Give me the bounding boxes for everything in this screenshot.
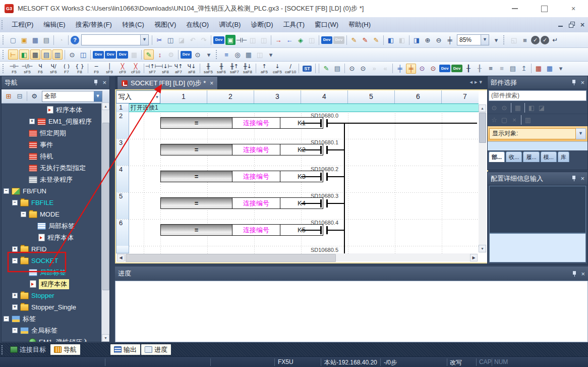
delete-placement-icon[interactable]: ◪ <box>537 103 546 113</box>
display-format-icon[interactable]: ▦ <box>513 103 522 113</box>
draw-line-edit-icon[interactable]: ╪ <box>406 64 416 74</box>
convert-check-icon[interactable]: ✓ <box>531 36 540 44</box>
menu-item-2[interactable]: 编辑(E) <box>38 18 70 32</box>
menu-item-10[interactable]: 窗口(W) <box>310 18 343 32</box>
navigation-scrollbar[interactable]: ▲ ▼ <box>101 102 109 342</box>
ladder-tool-cF10[interactable]: ╳cF10 <box>130 63 142 74</box>
find-duplicate-coil-icon[interactable]: ⊙ <box>428 64 438 74</box>
device-search-icon[interactable]: ⊙ <box>193 49 203 60</box>
device-jump-icon[interactable]: ↥ <box>519 64 529 74</box>
find-previous-icon[interactable]: ⊙ <box>490 103 499 113</box>
detail-body-light[interactable] <box>489 233 586 263</box>
pin-icon[interactable] <box>572 271 577 277</box>
connection-test-icon[interactable]: ◧ <box>19 49 29 60</box>
remote-operation-icon[interactable]: ◫ <box>307 35 317 45</box>
parts-tab-3[interactable]: 履... <box>523 151 539 162</box>
find-contact-icon[interactable]: ⊙ <box>347 64 357 74</box>
delete-icon[interactable]: × <box>510 116 519 125</box>
tree-item-待机[interactable]: 待机 <box>2 150 102 162</box>
fit-width-icon[interactable]: ╪ <box>445 35 455 45</box>
tree-item-EM1_弹性销压入[interactable]: EM1_弹性销压入 <box>2 336 102 342</box>
tree-item-FBFILE[interactable]: −FBFILE <box>2 197 102 208</box>
chevron-down-icon[interactable]: ▼ <box>481 35 489 45</box>
expander-icon[interactable]: − <box>12 258 18 264</box>
mode-selector[interactable]: 写入 ▼ <box>116 90 160 103</box>
compare-instruction-box[interactable]: =连接编号K2 <box>160 144 323 155</box>
expander-icon[interactable]: − <box>12 200 18 205</box>
tree-item-恒定周期[interactable]: 恒定周期 <box>2 127 102 139</box>
zoom-selector[interactable]: 85%▼ <box>457 34 489 45</box>
close-panel-icon[interactable]: × <box>102 79 106 86</box>
user-management-icon[interactable]: ◔ <box>56 35 66 45</box>
tree-collapse-all-icon[interactable]: ⊟ <box>15 91 25 101</box>
ladder-tool-cF9[interactable]: ╳cF9 <box>116 63 129 74</box>
ladder-tool-saF7[interactable]: ╫↑saF7 <box>228 63 241 74</box>
device-display-icon[interactable]: Dev <box>181 51 192 59</box>
draw-line-icon[interactable]: ╪ <box>395 64 405 74</box>
menu-item-7[interactable]: 调试(B) <box>214 18 246 32</box>
parts-tab-4[interactable]: 模... <box>541 151 557 162</box>
navigation-settings-icon[interactable]: ⚙ <box>29 91 39 101</box>
pin-icon[interactable] <box>571 175 576 182</box>
close-button[interactable]: × <box>559 0 588 17</box>
toolbar-overflow-3-icon[interactable]: ▾ <box>556 64 566 74</box>
ladder-rung-2[interactable]: SD10680.0=连接编号K1 <box>116 112 479 139</box>
parts-tab-1[interactable]: 部... <box>489 151 505 162</box>
device-batch-icon[interactable]: Dev <box>439 65 450 72</box>
ladder-tool-F7[interactable]: ( )F7 <box>61 63 73 74</box>
outline-list-icon[interactable]: ▤ <box>508 64 518 74</box>
help-icon[interactable]: ? <box>71 36 79 44</box>
zoom-out-icon[interactable]: ⊖ <box>434 35 444 45</box>
close-panel-icon[interactable]: × <box>580 175 584 182</box>
insert-row-icon[interactable]: ╂ <box>463 64 474 74</box>
note-list-icon[interactable]: ≡ <box>497 64 507 74</box>
ladder-tool-sF9[interactable]: │sF9 <box>103 63 116 74</box>
expander-icon[interactable]: − <box>4 316 9 322</box>
program-edit-icon[interactable]: ✎ <box>144 49 154 60</box>
compare-instruction-box[interactable]: =连接编号K5 <box>160 224 323 236</box>
scroll-up-icon[interactable]: ▲ <box>102 102 109 110</box>
menu-item-3[interactable]: 搜索/替换(F) <box>71 18 117 32</box>
device-initial-icon[interactable]: Dev <box>117 51 128 59</box>
device-batch-monitor-icon[interactable]: Dev <box>321 36 332 44</box>
ladder-rung-6[interactable]: SD10680.4=连接编号K5 <box>116 219 479 246</box>
work-window-2-icon[interactable]: ▥ <box>52 49 63 60</box>
chevron-down-icon[interactable]: ▼ <box>94 91 102 101</box>
scroll-down-icon[interactable]: ▼ <box>479 245 486 252</box>
ladder-rung-3[interactable]: SD10680.1=连接编号K2 <box>116 139 479 166</box>
scroll-thumb[interactable] <box>126 254 336 262</box>
statement-list-icon[interactable]: ≡ <box>486 64 496 74</box>
tree-item-标签[interactable]: −标签 <box>2 313 102 325</box>
ladder-tool-saF6[interactable]: ╫saF6 <box>215 63 228 74</box>
dock-tab-连接目标[interactable]: 连接目标 <box>7 344 49 355</box>
scroll-left-icon[interactable]: ◀ <box>117 254 125 261</box>
copy-icon[interactable]: ◫ <box>165 35 175 45</box>
ladder-tool-F8[interactable]: { }F8 <box>74 63 86 74</box>
favorite-icon[interactable]: ☆ <box>490 116 499 125</box>
ladder-block-convert-icon[interactable]: ◱ <box>509 35 519 45</box>
watch-window-icon[interactable]: ▦ <box>244 49 254 60</box>
scroll-right-icon[interactable]: ▶ <box>470 254 478 261</box>
chevron-down-icon[interactable]: ▼ <box>140 35 148 45</box>
dock-tab-进度[interactable]: 进度 <box>141 344 171 355</box>
tree-item-局部标签[interactable]: 局部标签 <box>2 220 102 232</box>
compare-instruction-box[interactable]: =连接编号K4 <box>160 197 323 209</box>
print-icon[interactable]: ▤ <box>41 35 51 45</box>
editor-vscrollbar[interactable]: ▲ ▼ <box>479 104 486 252</box>
tree-item-程序本体[interactable]: 程序本体 <box>2 278 102 290</box>
pin-icon[interactable] <box>93 79 98 86</box>
read-mode-icon[interactable]: ▤ <box>332 64 342 74</box>
ladder-rung-4[interactable]: SD10680.2=连接编号K3 <box>116 166 479 192</box>
convert-check-all-icon[interactable]: ✓ <box>541 36 549 44</box>
new-project-icon[interactable]: ▢ <box>8 35 18 45</box>
expander-icon[interactable]: − <box>21 212 26 217</box>
mdi-minimize-icon[interactable] <box>558 22 564 28</box>
save-ladder-2-icon[interactable]: ▦ <box>545 64 555 74</box>
device-batch-replace-icon[interactable]: Dev <box>333 36 344 44</box>
menu-item-8[interactable]: 诊断(D) <box>246 18 278 32</box>
element-list-icon[interactable]: ≡ <box>221 49 231 60</box>
device-monitor-icon[interactable]: ▣ <box>225 35 236 45</box>
expander-icon[interactable]: + <box>12 304 18 310</box>
tree-item-FB/FUN[interactable]: −FB/FUN <box>2 185 102 197</box>
undo-icon[interactable]: ↶ <box>188 35 198 45</box>
